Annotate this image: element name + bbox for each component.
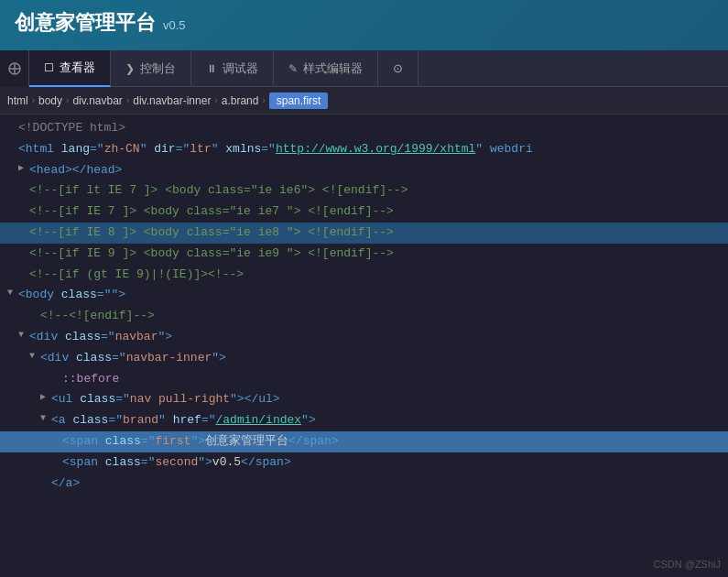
breadcrumb-div-navbar[interactable]: div.navbar [72,94,122,107]
debugger-icon: ⏸ [206,62,217,75]
code-line-3: <head></head> [0,160,728,181]
triangle-15[interactable] [40,411,51,426]
breadcrumb-body[interactable]: body [38,94,62,107]
tab-debugger-label: 调试器 [223,60,258,77]
code-line-4: <!--[if lt IE 7 ]> <body class="ie ie6">… [0,180,728,201]
style-editor-icon: ✎ [288,62,298,75]
tab-debugger[interactable]: ⏸ 调试器 [191,50,274,87]
app-header: 创意家管理平台 v0.5 [0,0,728,50]
triangle-3[interactable] [18,161,29,176]
doctype-text: <!DOCTYPE html> [18,119,125,138]
breadcrumb-div-navbar-inner[interactable]: div.navbar-inner [133,94,211,107]
html-open: <html [18,140,61,159]
code-line-14: <ul class="nav pull-right"></ul> [0,389,728,410]
breadcrumb-span-first[interactable]: span.first [269,93,329,109]
code-line-17: <span class="second">v0.5</span> [0,452,728,474]
code-line-9: <body class=""> [0,285,728,306]
inspector-icon: ☐ [44,61,54,74]
code-line-18: </a> [0,474,728,495]
app-version: v0.5 [163,18,186,32]
breadcrumb-sep-4: › [214,95,217,105]
devtools-icon [0,50,29,87]
more-icon: ⊙ [393,61,403,75]
watermark: CSDN @ZShiJ [653,559,721,570]
app-title: 创意家管理平台 [15,9,156,37]
breadcrumb-sep-3: › [126,95,129,105]
triangle-14[interactable] [40,390,51,405]
code-line-11: <div class="navbar"> [0,327,728,348]
code-line-10: <!--<![endif]--> [0,306,728,327]
code-line-8: <!--[if (gt IE 9)|!(IE)]><!--> [0,265,728,286]
code-line-2: <html lang="zh-CN" dir="ltr" xmlns="http… [0,139,728,160]
tab-style-editor-label: 样式编辑器 [303,60,363,77]
breadcrumb: html › body › div.navbar › div.navbar-in… [0,87,728,114]
breadcrumb-a-brand[interactable]: a.brand [222,94,259,107]
code-line-16[interactable]: <span class="first">创意家管理平台</span> [0,431,728,452]
tab-more[interactable]: ⊙ [378,50,418,87]
code-line-5: <!--[if IE 7 ]> <body class="ie ie7 "> <… [0,201,728,223]
code-line-15: <a class="brand" href="/admin/index"> [0,410,728,431]
code-view[interactable]: <!DOCTYPE html> <html lang="zh-CN" dir="… [0,114,728,577]
tab-console[interactable]: ❯ 控制台 [111,50,191,87]
breadcrumb-sep-1: › [32,95,35,105]
devtools-panel: ☐ 查看器 ❯ 控制台 ⏸ 调试器 ✎ 样式编辑器 ⊙ html › body [0,50,728,577]
tab-inspector-label: 查看器 [60,60,95,76]
code-line-13: ::before [0,369,728,390]
tab-inspector[interactable]: ☐ 查看器 [29,50,111,87]
triangle-12[interactable] [29,349,40,364]
tab-bar: ☐ 查看器 ❯ 控制台 ⏸ 调试器 ✎ 样式编辑器 ⊙ [0,50,728,87]
tab-style-editor[interactable]: ✎ 样式编辑器 [274,50,378,87]
devtools-container: ☐ 查看器 ❯ 控制台 ⏸ 调试器 ✎ 样式编辑器 ⊙ html › body [0,50,728,577]
tab-console-label: 控制台 [140,60,176,77]
triangle-11[interactable] [18,328,29,343]
breadcrumb-sep-5: › [262,95,265,105]
code-line-12: <div class="navbar-inner"> [0,348,728,369]
code-line-6: <!--[if IE 8 ]> <body class="ie ie8 "> <… [0,223,728,244]
console-icon: ❯ [125,62,135,75]
breadcrumb-sep-2: › [66,95,69,105]
breadcrumb-html[interactable]: html [7,94,28,107]
triangle-9[interactable] [7,286,18,300]
code-line-1: <!DOCTYPE html> [0,118,728,139]
code-line-7: <!--[if IE 9 ]> <body class="ie ie9 "> <… [0,244,728,265]
